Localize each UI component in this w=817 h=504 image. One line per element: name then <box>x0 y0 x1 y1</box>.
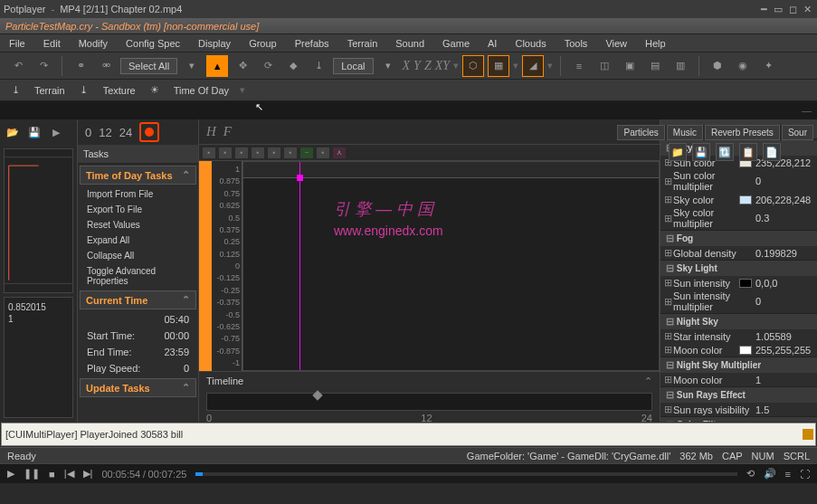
menu-group[interactable]: Group <box>245 36 280 51</box>
fullscreen-icon[interactable]: ⛶ <box>800 469 810 480</box>
save-file-icon[interactable]: 💾 <box>25 123 43 141</box>
param-value[interactable]: 0.3 <box>755 213 813 223</box>
menu-clouds[interactable]: Clouds <box>511 36 549 51</box>
expand-icon[interactable]: ⊞ <box>664 194 673 205</box>
frame-0[interactable]: 0 <box>85 126 91 139</box>
physics-icon[interactable]: ⬢ <box>707 55 728 77</box>
param-group-fog[interactable]: ⊟ Fog <box>660 230 817 246</box>
expand-icon[interactable]: ⊞ <box>664 344 673 356</box>
param-row[interactable]: ⊞Sun rays visibility1.5 <box>660 403 817 416</box>
close-icon[interactable]: ✕ <box>801 3 813 15</box>
next-button[interactable]: ▶| <box>83 468 93 480</box>
collapse-icon[interactable]: ⌃ <box>182 294 190 306</box>
snap-angle-icon[interactable]: ◢ <box>522 55 544 77</box>
frame-24[interactable]: 24 <box>119 126 132 139</box>
dropdown-icon[interactable]: ▾ <box>181 55 203 77</box>
paste-icon[interactable]: 📄 <box>763 143 781 161</box>
param-row[interactable]: ⊞Sun intensity multiplier0 <box>660 290 817 313</box>
menu-config-spec[interactable]: Config Spec <box>122 36 184 51</box>
tab-sour[interactable]: Sour <box>782 125 813 140</box>
loop-icon[interactable]: ⟲ <box>746 468 755 480</box>
menu-modify[interactable]: Modify <box>75 36 111 51</box>
graph-ruler[interactable] <box>243 162 659 178</box>
expand-icon[interactable]: ⊞ <box>664 374 673 385</box>
play-button[interactable]: ▶ <box>7 468 14 480</box>
reload-icon[interactable]: 🔃 <box>716 143 734 161</box>
task-collapse-all[interactable]: Collapse All <box>78 248 198 263</box>
kf-icon[interactable]: ▪ <box>317 147 329 158</box>
update-tasks-header[interactable]: Update Tasks ⌃ <box>80 378 196 397</box>
expand-icon[interactable]: ⊞ <box>664 213 673 224</box>
terrain-icon[interactable]: ⤓ <box>7 82 24 99</box>
menu-prefabs[interactable]: Prefabs <box>291 36 333 51</box>
param-group-night-sky-multiplier[interactable]: ⊟ Night Sky Multiplier <box>660 357 817 373</box>
link-icon[interactable]: ⚭ <box>70 55 91 77</box>
axis-xy[interactable]: XY <box>435 59 450 73</box>
graph-canvas[interactable]: 引 擎 — 中 国 www.enginedx.com <box>242 161 660 371</box>
expand-icon[interactable]: ⊞ <box>664 277 673 289</box>
play-speed-value[interactable]: 0 <box>184 363 189 374</box>
move-tool-icon[interactable]: ▲ <box>206 55 228 77</box>
copy-icon[interactable]: 📋 <box>739 143 757 161</box>
current-time-header[interactable]: Current Time ⌃ <box>80 290 196 309</box>
param-row[interactable]: ⊞Sun intensity0,0,0 <box>660 276 817 290</box>
undo-icon[interactable]: ↶ <box>7 55 29 77</box>
frame-12[interactable]: 12 <box>99 126 111 139</box>
settings-icon[interactable]: ✦ <box>757 55 779 77</box>
minimize-icon[interactable]: ━ <box>757 3 770 15</box>
restore-icon[interactable]: ▭ <box>772 3 784 15</box>
tod-tasks-header[interactable]: Time of Day Tasks ⌃ <box>80 166 196 185</box>
expand-icon[interactable]: ⊞ <box>664 296 673 308</box>
sun-icon[interactable]: ☀ <box>147 82 163 99</box>
param-group-night-sky[interactable]: ⊟ Night Sky <box>660 313 817 329</box>
pause-button[interactable]: ❚❚ <box>24 468 40 480</box>
stop-button[interactable]: ■ <box>49 469 55 480</box>
open-icon[interactable]: 📁 <box>669 143 687 161</box>
snap-grid-icon[interactable]: ▦ <box>488 55 509 77</box>
param-value[interactable]: 0 <box>755 176 813 186</box>
tool3-icon[interactable]: ▤ <box>644 55 666 77</box>
console-scroll-icon[interactable] <box>803 429 813 440</box>
kf-curve-icon[interactable]: ~ <box>300 147 313 158</box>
axis-x[interactable]: X <box>403 59 411 73</box>
menu-game[interactable]: Game <box>439 36 473 51</box>
coord-space-select[interactable]: Local <box>333 58 373 74</box>
timeline-collapse-icon[interactable]: ⌃ <box>644 376 652 387</box>
progress-bar[interactable] <box>195 472 736 476</box>
tool2-icon[interactable]: ▣ <box>619 55 641 77</box>
prev-button[interactable]: |◀ <box>64 468 74 480</box>
maximize-icon[interactable]: ◻ <box>786 3 799 15</box>
param-value[interactable]: 0,0,0 <box>755 278 813 289</box>
task-import-from-file[interactable]: Import From File <box>78 186 198 202</box>
param-value[interactable]: 255,255,255 <box>755 345 813 356</box>
color-swatch[interactable] <box>739 195 752 204</box>
graph-scrollbar[interactable] <box>199 161 212 371</box>
kf-icon[interactable]: ▪ <box>235 147 248 158</box>
param-group-color-filter[interactable]: ⊟ Color Filter <box>660 416 817 422</box>
ai-icon[interactable]: ◉ <box>732 55 754 77</box>
play-icon[interactable]: ▶ <box>47 123 65 141</box>
menu-display[interactable]: Display <box>195 36 234 51</box>
param-row[interactable]: ⊞Moon color1 <box>660 373 817 386</box>
color-swatch[interactable] <box>739 346 752 355</box>
param-row[interactable]: ⊞Global density0.199829 <box>660 246 817 260</box>
param-row[interactable]: ⊞Sky color multiplier0.3 <box>660 206 817 230</box>
h-button[interactable]: H <box>206 124 216 139</box>
kf-icon[interactable]: ▪ <box>268 147 280 158</box>
menu-file[interactable]: File <box>5 36 29 51</box>
kf-tangent-icon[interactable]: ⋏ <box>333 147 346 158</box>
unlink-icon[interactable]: ⚮ <box>95 55 117 77</box>
record-button[interactable] <box>139 122 159 142</box>
tool1-icon[interactable]: ◫ <box>594 55 615 77</box>
collapse-icon[interactable]: ⌃ <box>182 169 190 181</box>
kf-icon[interactable]: ▪ <box>203 147 215 158</box>
task-export-to-file[interactable]: Export To File <box>78 202 198 217</box>
param-row[interactable]: ⊞Sun color multiplier0 <box>660 169 817 193</box>
param-row[interactable]: ⊞Star intensity1.05589 <box>660 329 817 343</box>
menu-ai[interactable]: AI <box>484 36 500 51</box>
param-value[interactable]: 0 <box>755 296 813 307</box>
axis-z[interactable]: Z <box>424 59 432 73</box>
param-value[interactable]: 1.05589 <box>755 331 813 342</box>
param-value[interactable]: 1 <box>755 375 813 385</box>
save-icon[interactable]: 💾 <box>692 143 710 161</box>
